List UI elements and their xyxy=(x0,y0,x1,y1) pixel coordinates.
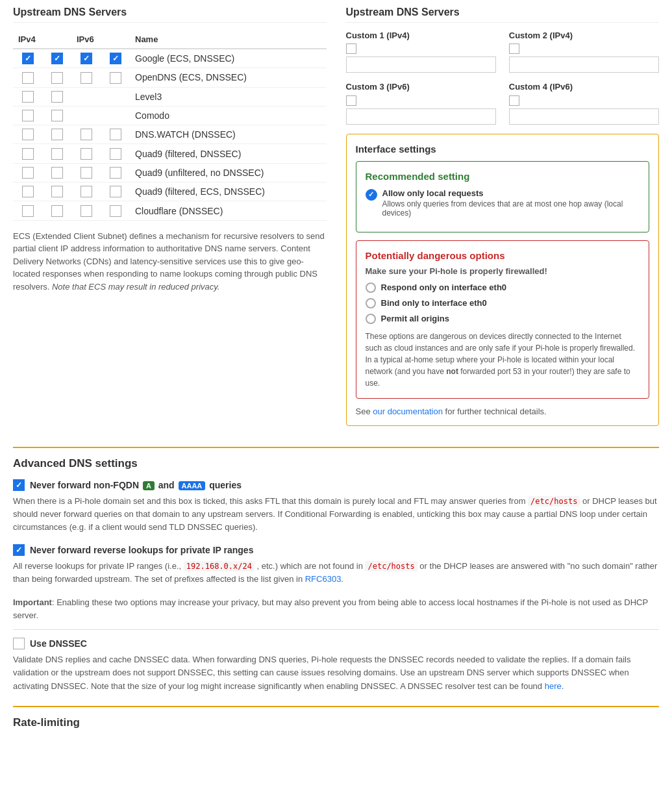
left-upstream-title: Upstream DNS Servers xyxy=(13,6,327,23)
dnssec-desc: Validate DNS replies and cache DNSSEC da… xyxy=(13,653,659,692)
badge-a: A xyxy=(143,481,155,490)
allow-local-option[interactable]: Allow only local requests Allows only qu… xyxy=(366,188,640,218)
dns-checkbox[interactable] xyxy=(110,129,121,140)
dns-checkbox[interactable] xyxy=(22,91,34,103)
dnssec-option: Use DNSSEC Validate DNS replies and cach… xyxy=(13,638,659,692)
respond-eth0-radio[interactable] xyxy=(366,282,376,293)
table-row: Google (ECS, DNSSEC) xyxy=(13,49,327,68)
never-forward-reverse-desc: All reverse lookups for private IP range… xyxy=(13,560,659,586)
custom2-label: Custom 2 (IPv4) xyxy=(509,31,659,40)
custom4-label: Custom 4 (IPv6) xyxy=(509,82,659,92)
bind-eth0-radio[interactable] xyxy=(366,298,376,308)
server-name: Level3 xyxy=(130,87,327,106)
dnssec-here-link[interactable]: here xyxy=(545,681,562,691)
dns-checkbox[interactable] xyxy=(110,53,121,64)
advanced-dns-section: Advanced DNS settings Never forward non-… xyxy=(13,447,659,693)
important-note: Important: Enabling these two options ma… xyxy=(13,596,659,621)
custom3-label: Custom 3 (IPv6) xyxy=(346,82,496,92)
dns-checkbox[interactable] xyxy=(81,53,92,64)
dangerous-title: Potentially dangerous options xyxy=(366,250,640,261)
right-upstream-title: Upstream DNS Servers xyxy=(346,6,660,23)
documentation-link[interactable]: our documentation xyxy=(373,407,443,416)
never-forward-fqdn-option: Never forward non-FQDN A and AAAA querie… xyxy=(13,479,659,534)
table-row: Quad9 (filtered, ECS, DNSSEC) xyxy=(13,182,327,201)
dns-checkbox[interactable] xyxy=(51,148,63,160)
permit-all-option[interactable]: Permit all origins xyxy=(366,314,640,324)
dns-checkbox[interactable] xyxy=(81,205,92,217)
interface-settings-title: Interface settings xyxy=(356,144,650,155)
rfc6303-link[interactable]: RFC6303 xyxy=(305,574,342,584)
advanced-dns-title: Advanced DNS settings xyxy=(13,457,659,470)
allow-local-desc: Allows only queries from devices that ar… xyxy=(382,199,640,218)
allow-local-radio[interactable] xyxy=(366,189,377,201)
server-name: OpenDNS (ECS, DNSSEC) xyxy=(130,68,327,87)
rate-limiting-title: Rate-limiting xyxy=(13,706,659,729)
dns-checkbox[interactable] xyxy=(81,72,92,84)
dns-checkbox[interactable] xyxy=(51,91,63,103)
server-name: DNS.WATCH (DNSSEC) xyxy=(130,125,327,144)
dns-checkbox[interactable] xyxy=(22,186,34,197)
table-row: Quad9 (filtered, DNSSEC) xyxy=(13,144,327,163)
empty-cell xyxy=(101,106,130,125)
custom4-input[interactable] xyxy=(509,108,659,125)
custom1-input[interactable] xyxy=(346,56,496,73)
never-forward-reverse-checkbox[interactable] xyxy=(13,544,25,556)
dns-checkbox[interactable] xyxy=(110,72,121,84)
never-forward-fqdn-checkbox[interactable] xyxy=(13,479,25,491)
table-row: Cloudflare (DNSSEC) xyxy=(13,201,327,220)
dns-checkbox[interactable] xyxy=(110,205,121,217)
dns-checkbox[interactable] xyxy=(110,167,121,179)
dns-checkbox[interactable] xyxy=(51,205,63,217)
dns-checkbox[interactable] xyxy=(81,148,92,160)
dns-checkbox[interactable] xyxy=(81,186,92,197)
permit-all-radio[interactable] xyxy=(366,314,376,324)
allow-local-label: Allow only local requests xyxy=(382,188,640,198)
respond-eth0-option[interactable]: Respond only on interface eth0 xyxy=(366,282,640,293)
dangerous-box: Potentially dangerous options Make sure … xyxy=(356,240,650,399)
respond-eth0-label: Respond only on interface eth0 xyxy=(381,282,507,292)
custom3-input[interactable] xyxy=(346,108,496,125)
dns-checkbox[interactable] xyxy=(22,72,34,84)
dns-checkbox[interactable] xyxy=(22,129,34,140)
dns-checkbox[interactable] xyxy=(110,148,121,160)
server-name: Quad9 (unfiltered, no DNSSEC) xyxy=(130,163,327,182)
dns-checkbox[interactable] xyxy=(51,186,63,197)
ip-range-code: 192.168.0.x/24 xyxy=(184,561,255,571)
bind-eth0-option[interactable]: Bind only to interface eth0 xyxy=(366,298,640,308)
custom1-label: Custom 1 (IPv4) xyxy=(346,31,496,40)
dns-checkbox[interactable] xyxy=(51,167,63,179)
dns-checkbox[interactable] xyxy=(110,186,121,197)
custom2-input[interactable] xyxy=(509,56,659,73)
dns-checkbox[interactable] xyxy=(51,72,63,84)
dns-server-table: IPv4 IPv6 Name Google (ECS, DNSSEC)OpenD… xyxy=(13,31,327,221)
server-name: Quad9 (filtered, ECS, DNSSEC) xyxy=(130,182,327,201)
dns-checkbox[interactable] xyxy=(81,167,92,179)
dns-checkbox[interactable] xyxy=(22,167,34,179)
empty-cell xyxy=(101,87,130,106)
name-header: Name xyxy=(130,31,327,49)
ipv6-header: IPv6 xyxy=(71,31,130,49)
dns-checkbox[interactable] xyxy=(22,148,34,160)
dns-checkbox[interactable] xyxy=(22,205,34,217)
table-row: OpenDNS (ECS, DNSSEC) xyxy=(13,68,327,87)
never-forward-reverse-label: Never forward reverse lookups for privat… xyxy=(30,545,253,555)
badge-aaaa: AAAA xyxy=(179,481,206,490)
custom1-checkbox[interactable] xyxy=(346,44,356,54)
dnssec-checkbox[interactable] xyxy=(13,638,25,649)
dns-checkbox[interactable] xyxy=(22,53,34,64)
dns-checkbox[interactable] xyxy=(22,110,34,121)
custom2-checkbox[interactable] xyxy=(509,44,519,54)
dns-checkbox[interactable] xyxy=(81,129,92,140)
interface-settings-box: Interface settings Recommended setting A… xyxy=(346,134,660,426)
dns-checkbox[interactable] xyxy=(51,53,63,64)
never-forward-fqdn-desc: When there is a Pi-hole domain set and t… xyxy=(13,495,659,534)
ecs-note: ECS (Extended Client Subnet) defines a m… xyxy=(13,230,327,294)
custom3-checkbox[interactable] xyxy=(346,95,356,106)
ipv4-header: IPv4 xyxy=(13,31,71,49)
dns-checkbox[interactable] xyxy=(51,110,63,121)
custom4-checkbox[interactable] xyxy=(509,95,519,106)
dns-checkbox[interactable] xyxy=(51,129,63,140)
recommended-title: Recommended setting xyxy=(366,171,640,182)
empty-cell xyxy=(71,106,101,125)
table-row: Level3 xyxy=(13,87,327,106)
